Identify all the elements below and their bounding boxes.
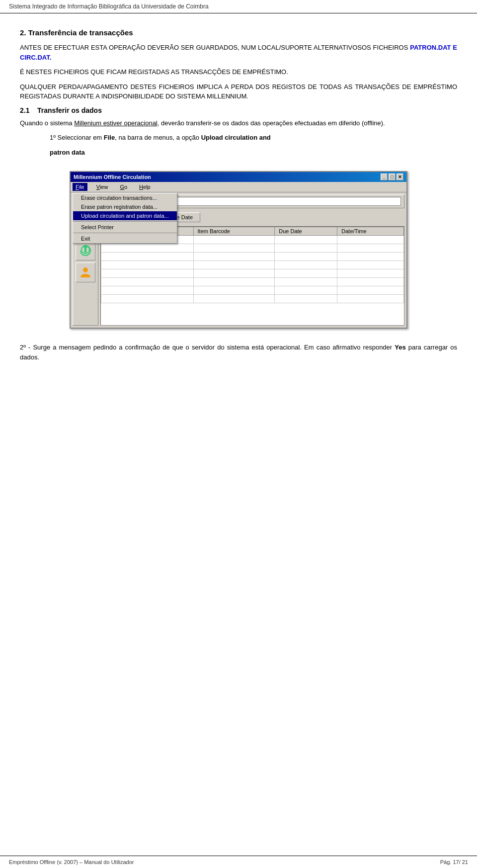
table-row <box>101 286 404 295</box>
section21-num: 2.1 <box>20 106 29 114</box>
step1-text: 1º Seleccionar em File, na barra de menu… <box>50 133 457 143</box>
table-row <box>101 295 404 303</box>
step1-line2: patron data <box>50 148 457 158</box>
table-row <box>101 253 404 261</box>
svg-point-7 <box>83 267 88 272</box>
col-due-date: Due Date <box>275 227 337 236</box>
minimize-button[interactable]: _ <box>381 174 388 180</box>
step1-patron-data: patron data <box>50 149 85 156</box>
section21-para1: Quando o sistema Millenium estiver opera… <box>20 118 457 128</box>
select-printer-item[interactable]: Select Printer <box>73 223 177 232</box>
help-menu[interactable]: Help <box>136 183 154 191</box>
table-row <box>101 269 404 278</box>
table-row <box>101 244 404 253</box>
section21-title: Transferir os dados <box>37 106 102 114</box>
patron-icon-button[interactable] <box>76 262 95 282</box>
menu-separator2 <box>73 233 177 233</box>
file-menu-container: File Erase circulation transactions... E… <box>73 183 87 191</box>
section2-title: 2. Transferência de transacções <box>20 28 457 37</box>
patron-icon <box>79 265 92 279</box>
page-header: Sistema Integrado de Informação Bibliogr… <box>0 0 477 13</box>
step1-block: 1º Seleccionar em File, na barra de menu… <box>50 133 457 157</box>
table-body <box>101 236 404 303</box>
erase-circ-item[interactable]: Erase circulation transactions... <box>73 193 177 202</box>
go-menu[interactable]: Go <box>117 183 130 191</box>
close-button[interactable]: ✕ <box>397 174 403 180</box>
exit-item[interactable]: Exit <box>73 234 177 243</box>
erase-patron-item[interactable]: Erase patron registration data... <box>73 202 177 211</box>
svg-rect-6 <box>84 248 86 253</box>
step1-file-bold: File <box>104 134 115 141</box>
step1-mid: , na barra de menus, a opção <box>115 134 201 141</box>
step1-pre: 1º Seleccionar em <box>50 134 104 141</box>
final-pre: 2º - Surge a mensagem pedindo a confirma… <box>20 344 395 351</box>
section2-para2: É NESTES FICHEIROS QUE FICAM REGISTADAS … <box>20 67 457 77</box>
section21-heading: 2.1 Transferir os dados <box>20 106 457 114</box>
file-menu[interactable]: File <box>73 183 87 191</box>
table-row <box>101 261 404 269</box>
section2-para3: QUALQUER PERDA/APAGAMENTO DESTES FICHEIR… <box>20 82 457 101</box>
section21-para1-pre: Quando o sistema <box>20 119 74 127</box>
upload-icon <box>79 244 92 258</box>
table-row <box>101 278 404 286</box>
final-bold: Yes <box>395 344 405 351</box>
file-dropdown: Erase circulation transactions... Erase … <box>73 193 177 244</box>
step1-highlight: Upload circulation and <box>201 134 271 141</box>
section2-para1: ANTES DE EFECTUAR ESTA OPERAÇÃO DEVERÃO … <box>20 43 457 62</box>
millenium-underline: Millenium estiver operacional <box>74 119 158 127</box>
view-menu[interactable]: View <box>93 183 111 191</box>
header-text: Sistema Integrado de Informação Bibliogr… <box>9 3 209 10</box>
footer-right: Pág. 17/ 21 <box>440 859 468 865</box>
maximize-button[interactable]: □ <box>389 174 396 180</box>
page-footer: Empréstimo Offline (v. 2007) – Manual do… <box>0 856 477 868</box>
title-bar: Millennium Offline Circulation _ □ ✕ <box>71 172 406 182</box>
upload-icon-button[interactable] <box>76 241 95 260</box>
section21-para1-end: , deverão transferir-se os dados das ope… <box>158 119 385 127</box>
col-datetime: Date/Time <box>337 227 404 236</box>
final-para: 2º - Surge a mensagem pedindo a confirma… <box>20 343 457 362</box>
main-content: 2. Transferência de transacções ANTES DE… <box>0 13 477 397</box>
col-item-barcode: Item Barcode <box>193 227 275 236</box>
menu-separator <box>73 221 177 222</box>
upload-item[interactable]: Upload circulation and patron data... <box>73 211 177 220</box>
app-title: Millennium Offline Circulation <box>74 174 151 180</box>
section2-para1-pre: ANTES DE EFECTUAR ESTA OPERAÇÃO DEVERÃO … <box>20 44 410 51</box>
title-bar-buttons: _ □ ✕ <box>381 174 403 180</box>
app-window-wrapper: Millennium Offline Circulation _ □ ✕ Fil… <box>20 163 457 337</box>
footer-left: Empréstimo Offline (v. 2007) – Manual do… <box>9 859 134 865</box>
app-window: Millennium Offline Circulation _ □ ✕ Fil… <box>70 171 407 329</box>
menu-bar: File Erase circulation transactions... E… <box>71 182 406 192</box>
